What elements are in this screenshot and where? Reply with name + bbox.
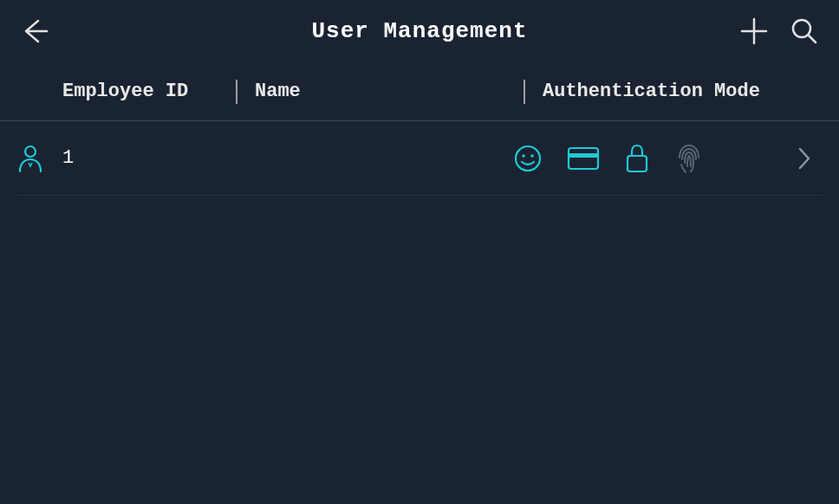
auth-mode-icons [504,142,787,175]
back-button[interactable] [17,14,52,48]
svg-point-2 [516,146,540,171]
column-headers: Employee ID Name Authentication Mode [0,62,839,121]
column-header-employee-id: Employee ID [62,81,236,102]
back-arrow-icon [21,17,49,45]
column-header-auth-mode: Authentication Mode [543,81,822,102]
column-divider [524,80,525,104]
header-actions [737,14,822,48]
svg-point-1 [25,146,36,157]
header: User Management [0,0,839,62]
card-icon [567,146,600,171]
svg-rect-5 [569,148,598,169]
search-icon [790,16,819,46]
chevron-right-icon [797,146,811,171]
svg-rect-6 [569,153,598,158]
column-divider [236,80,237,104]
page-title: User Management [311,18,527,44]
svg-point-0 [793,20,810,37]
employee-id-value: 1 [62,147,236,169]
add-user-button[interactable] [737,14,771,48]
fingerprint-icon [674,142,704,175]
face-icon [513,144,543,173]
svg-rect-7 [628,156,647,171]
column-header-name: Name [255,81,524,102]
svg-point-4 [530,154,534,158]
user-avatar-wrap [17,144,62,173]
svg-point-3 [522,154,525,158]
search-button[interactable] [787,14,822,48]
user-row[interactable]: 1 [17,121,822,196]
user-list: 1 [0,121,839,196]
row-chevron [787,146,822,171]
user-icon [17,144,43,173]
plus-icon [739,16,769,46]
lock-icon [624,143,650,174]
